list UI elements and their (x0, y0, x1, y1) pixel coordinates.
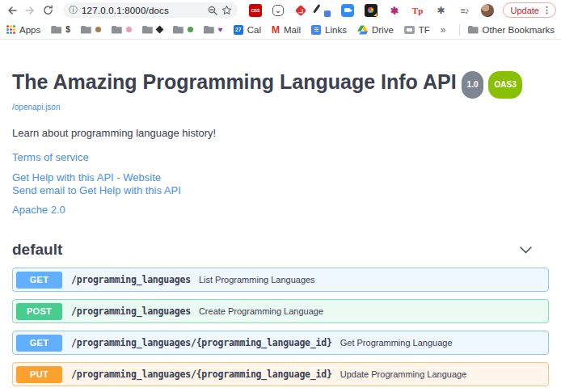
version-badge: 1.0 (462, 71, 484, 99)
terms-of-service-link[interactable]: Terms of service (12, 151, 549, 163)
url-text[interactable]: 127.0.0.1:8000/docs (82, 6, 204, 15)
bookmarks-overflow-chevron[interactable]: » (441, 24, 446, 36)
method-badge: PUT (16, 366, 62, 383)
api-title-text: The Amazing Programming Language Info AP… (12, 70, 457, 94)
endpoint-path: /programming_languages/{programming_lang… (71, 369, 332, 380)
cbs-extension-icon[interactable]: CBS (249, 4, 262, 17)
bookmark-star-icon[interactable] (221, 5, 232, 15)
zoom-icon[interactable] (208, 6, 217, 15)
bookmark-folder-gradcap[interactable] (142, 26, 162, 34)
endpoint-path: /programming_languages/{programming_lang… (71, 337, 332, 348)
bookmark-folder-brain[interactable] (112, 26, 132, 34)
browser-menu-icon[interactable]: ⋮ (542, 5, 551, 15)
endpoint-path: /programming_languages (71, 274, 191, 285)
puzzle-extension-icon[interactable]: ✱ (435, 4, 448, 17)
api-description: Learn about programming language history… (12, 127, 549, 139)
bookmark-folder-heart[interactable]: ♥ (204, 26, 223, 34)
folder-icon (173, 26, 183, 34)
bookmark-mail[interactable]: MMail (272, 24, 301, 36)
pocket-extension-icon[interactable]: ⌄ (272, 5, 284, 16)
endpoint-row[interactable]: POST /programming_languages Create Progr… (12, 299, 549, 323)
endpoint-row[interactable]: GET /programming_languages List Programm… (12, 268, 549, 292)
apps-shortcut[interactable]: Apps (6, 25, 40, 35)
section-title: default (12, 241, 62, 259)
endpoint-summary: Create Programming Language (199, 306, 323, 316)
endpoint-list: GET /programming_languages List Programm… (12, 268, 549, 392)
drive-icon (357, 25, 368, 35)
method-badge: GET (16, 335, 62, 352)
color-picker-extension-icon[interactable] (318, 4, 331, 17)
bookmark-drive[interactable]: Drive (357, 25, 394, 35)
endpoint-summary: Get Programming Language (340, 338, 453, 348)
flower-extension-icon[interactable]: ✱ (388, 4, 401, 17)
openapi-json-link[interactable]: /openapi.json (12, 103, 61, 112)
bookmark-tf[interactable]: TF (404, 25, 430, 35)
links-icon: ☰ (311, 25, 321, 35)
share-extension-icon[interactable] (294, 4, 307, 17)
bookmarks-divider (459, 24, 460, 36)
endpoint-summary: Update Programming Language (340, 369, 467, 379)
bookmark-folder-green[interactable] (173, 26, 193, 34)
folder-icon (112, 26, 122, 34)
apps-grid-icon (6, 25, 15, 34)
folder-icon (142, 26, 153, 34)
folder-icon (204, 26, 214, 34)
page-info-icon[interactable]: ⓘ (69, 6, 78, 15)
brain-icon (126, 27, 132, 32)
zoom-extension-icon[interactable] (341, 4, 354, 17)
folder-icon (468, 26, 479, 34)
profile-avatar[interactable] (481, 4, 494, 17)
purple-heart-icon: ♥ (218, 26, 223, 34)
tf-icon (404, 26, 415, 34)
help-website-link[interactable]: Get Help with this API - Website (12, 171, 549, 183)
help-email-link[interactable]: Send email to Get Help with this API (12, 184, 549, 196)
forward-icon[interactable] (21, 2, 39, 19)
method-badge: POST (16, 303, 62, 320)
back-icon[interactable] (3, 2, 21, 19)
endpoint-row[interactable]: GET /programming_languages/{programming_… (12, 331, 549, 355)
other-bookmarks[interactable]: Other Bookmarks (468, 25, 555, 35)
bookmarks-bar: Apps $ ♥ 27Cal MMail ☰Links Drive TF » O… (0, 20, 561, 40)
oas3-badge: OAS3 (488, 71, 521, 99)
endpoint-row[interactable]: PUT /programming_languages/{programming_… (12, 362, 549, 386)
playlist-extension-icon[interactable]: ≡♪ (458, 4, 470, 17)
swagger-page: The Amazing Programming Language Info AP… (0, 70, 561, 392)
browser-toolbar: ⓘ 127.0.0.1:8000/docs CBS ⌄ ✱ Tp ✱ ≡♪ Up… (0, 0, 561, 20)
address-bar[interactable]: ⓘ 127.0.0.1:8000/docs (63, 2, 238, 18)
chrome-update-button[interactable]: Update ⋮ (503, 2, 556, 18)
lizard-icon (188, 27, 193, 32)
endpoint-path: /programming_languages (71, 306, 191, 317)
extensions-strip: CBS ⌄ ✱ Tp ✱ ≡♪ (249, 4, 495, 17)
pattern-extension-icon[interactable] (365, 4, 378, 17)
folder-icon (81, 26, 91, 34)
default-section-header[interactable]: default (12, 241, 549, 259)
folder-icon (51, 26, 61, 34)
bookmark-cal[interactable]: 27Cal (234, 25, 261, 35)
license-link[interactable]: Apache 2.0 (12, 204, 549, 216)
horse-icon (95, 27, 101, 32)
bookmark-links[interactable]: ☰Links (311, 25, 347, 35)
page-title: The Amazing Programming Language Info AP… (12, 70, 549, 99)
bookmark-folder-horse[interactable] (81, 26, 101, 34)
calendar-icon: 27 (234, 25, 243, 35)
gmail-icon: M (272, 24, 280, 36)
bookmark-folder-dollar[interactable]: $ (51, 26, 70, 34)
graduation-cap-icon (155, 26, 163, 34)
endpoint-summary: List Programming Languages (199, 275, 315, 285)
tampermonkey-extension-icon[interactable]: Tp (411, 4, 424, 17)
reload-icon[interactable] (39, 2, 57, 19)
chevron-down-icon[interactable] (520, 247, 532, 254)
method-badge: GET (16, 272, 62, 289)
